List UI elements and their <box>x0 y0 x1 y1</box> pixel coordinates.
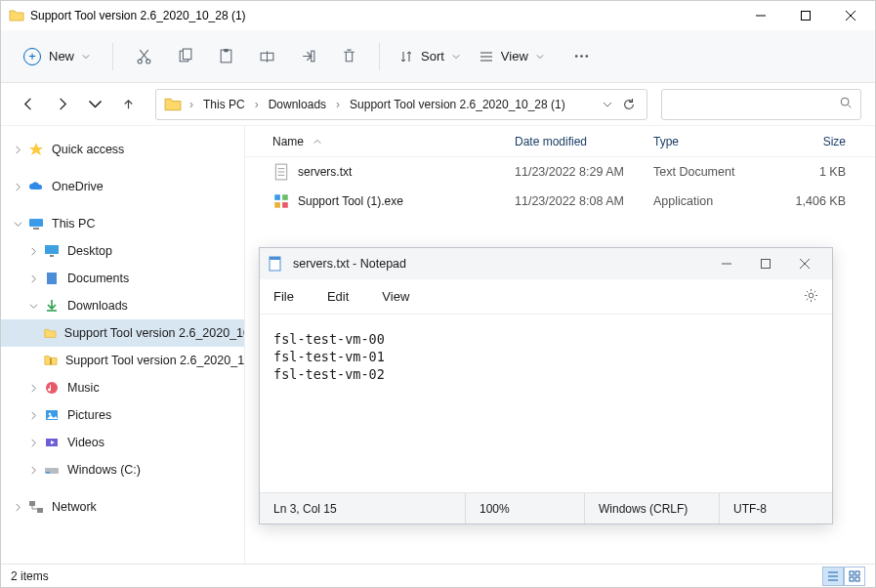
svg-rect-23 <box>45 245 59 254</box>
menu-edit[interactable]: Edit <box>327 289 349 304</box>
folder-icon <box>44 325 57 341</box>
sidebar-item-network[interactable]: Network <box>1 493 244 521</box>
svg-rect-33 <box>46 472 50 474</box>
svg-rect-1 <box>802 12 811 21</box>
view-button[interactable]: View <box>472 43 552 69</box>
sidebar-item-music[interactable]: Music <box>1 374 244 401</box>
sidebar-item-documents[interactable]: Documents <box>1 265 244 292</box>
sidebar-label: Videos <box>67 436 104 449</box>
svg-rect-41 <box>282 194 288 200</box>
breadcrumb-pc[interactable]: This PC <box>197 94 251 115</box>
back-button[interactable] <box>15 91 42 118</box>
sort-button[interactable]: Sort <box>392 43 468 69</box>
forward-button[interactable] <box>48 91 75 118</box>
chevron-down-icon <box>26 299 40 313</box>
text-line: fsl-test-vm-02 <box>273 365 818 383</box>
sidebar-label: OneDrive <box>52 180 104 193</box>
sidebar-label: Downloads <box>67 299 128 313</box>
new-button[interactable]: + New <box>13 41 101 72</box>
details-view-button[interactable] <box>822 567 844 586</box>
col-type[interactable]: Type <box>646 135 766 148</box>
chevron-right-icon <box>26 408 40 422</box>
notepad-close-button[interactable] <box>785 250 824 277</box>
gear-icon[interactable] <box>804 288 818 306</box>
view-label: View <box>501 49 528 63</box>
file-type: Application <box>646 194 766 208</box>
menu-file[interactable]: File <box>273 289 294 304</box>
separator <box>379 43 380 70</box>
download-icon <box>44 298 60 314</box>
notepad-minimize-button[interactable] <box>707 250 746 277</box>
col-name[interactable]: Name <box>265 135 507 148</box>
address-row: › This PC › Downloads › Support Tool ver… <box>1 83 875 126</box>
svg-rect-49 <box>850 577 854 581</box>
chevron-down-icon <box>452 53 460 61</box>
sort-asc-icon <box>313 138 321 146</box>
videos-icon <box>44 435 60 450</box>
sidebar-item-downloads[interactable]: Downloads <box>1 292 244 319</box>
refresh-button[interactable] <box>619 95 639 114</box>
col-date[interactable]: Date modified <box>507 135 646 148</box>
sidebar-item-desktop[interactable]: Desktop <box>1 237 244 265</box>
svg-rect-12 <box>311 51 313 62</box>
exe-file-icon <box>272 192 290 210</box>
folder-icon <box>164 96 182 113</box>
breadcrumb-downloads[interactable]: Downloads <box>263 94 332 115</box>
close-button[interactable] <box>828 1 873 30</box>
svg-point-19 <box>841 98 849 105</box>
sidebar-item-quick-access[interactable]: Quick access <box>1 136 244 163</box>
more-button[interactable] <box>563 39 601 74</box>
breadcrumb-folder[interactable]: Support Tool version 2.6_2020_10_28 (1) <box>344 94 571 115</box>
thumbnails-view-button[interactable] <box>844 567 865 586</box>
copy-button[interactable] <box>166 39 203 74</box>
sidebar-label: Windows (C:) <box>67 463 141 477</box>
search-box[interactable] <box>661 89 861 120</box>
paste-button[interactable] <box>207 39 244 74</box>
maximize-button[interactable] <box>783 1 828 30</box>
file-row[interactable]: Support Tool (1).exe 11/23/2022 8:08 AM … <box>245 187 875 216</box>
minimize-button[interactable] <box>738 1 783 30</box>
svg-rect-34 <box>29 501 35 506</box>
notepad-maximize-button[interactable] <box>746 250 785 277</box>
music-icon <box>44 380 60 396</box>
sidebar-item-cdrive[interactable]: Windows (C:) <box>1 456 244 483</box>
drive-icon <box>44 462 60 478</box>
svg-line-20 <box>849 105 852 108</box>
recent-button[interactable] <box>81 91 108 118</box>
cut-button[interactable] <box>125 39 162 74</box>
notepad-titlebar[interactable]: servers.txt - Notepad <box>260 248 832 279</box>
chevron-right-icon <box>26 436 40 449</box>
sidebar-item-folder[interactable]: Support Tool version 2.6_2020_10_28 <box>1 347 244 374</box>
chevron-down-icon <box>536 53 544 61</box>
status-items: 2 items <box>11 569 49 583</box>
chevron-down-icon <box>11 217 24 231</box>
address-bar[interactable]: › This PC › Downloads › Support Tool ver… <box>155 89 647 120</box>
search-input[interactable] <box>670 98 839 111</box>
search-icon <box>839 96 853 112</box>
svg-rect-48 <box>855 571 859 575</box>
delete-button[interactable] <box>330 39 367 74</box>
share-button[interactable] <box>289 39 326 74</box>
notepad-text-area[interactable]: fsl-test-vm-00 fsl-test-vm-01 fsl-test-v… <box>260 315 832 492</box>
chevron-right-icon: › <box>253 98 261 111</box>
file-row[interactable]: servers.txt 11/23/2022 8:29 AM Text Docu… <box>245 157 875 187</box>
menu-view[interactable]: View <box>382 289 409 304</box>
toolbar: + New Sort View <box>1 30 875 83</box>
notepad-title: servers.txt - Notepad <box>293 257 707 271</box>
address-dropdown[interactable] <box>598 95 617 114</box>
sidebar-item-folder-selected[interactable]: Support Tool version 2.6_2020_10_28 (1) <box>1 319 244 347</box>
sidebar-item-onedrive[interactable]: OneDrive <box>1 173 244 200</box>
svg-rect-54 <box>762 260 771 269</box>
sidebar-item-pictures[interactable]: Pictures <box>1 401 244 429</box>
sidebar-item-this-pc[interactable]: This PC <box>1 210 244 237</box>
up-button[interactable] <box>114 91 142 118</box>
sidebar-item-videos[interactable]: Videos <box>1 429 244 456</box>
svg-point-17 <box>581 55 584 58</box>
file-date: 11/23/2022 8:08 AM <box>507 194 646 208</box>
col-name-label: Name <box>272 135 304 148</box>
col-size[interactable]: Size <box>766 135 854 148</box>
svg-rect-42 <box>274 202 280 208</box>
chevron-down-icon <box>82 53 90 61</box>
rename-button[interactable] <box>248 39 285 74</box>
sort-icon <box>399 50 413 63</box>
